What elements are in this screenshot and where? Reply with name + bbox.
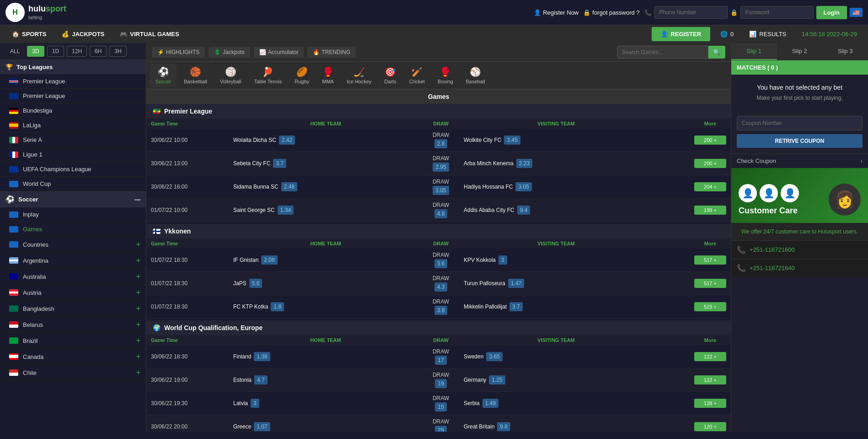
- sidebar-item-bangladesh[interactable]: Bangladesh +: [0, 301, 146, 317]
- filter-1d[interactable]: 1D: [47, 46, 64, 57]
- accumulator-button[interactable]: 📈 Accumulator: [254, 47, 304, 58]
- bangladesh-flag: [9, 305, 18, 312]
- baseball-tab-icon: ⚾: [470, 66, 481, 77]
- chile-label: Chile: [23, 369, 132, 376]
- tab-table-tennis[interactable]: 🏓 Table Tennis: [249, 64, 288, 87]
- ice-hockey-tab-icon: 🏒: [354, 66, 365, 77]
- filter-12h[interactable]: 12H: [67, 46, 87, 57]
- sidebar-item-inplay[interactable]: Inplay: [0, 207, 146, 222]
- league-flag: [9, 152, 18, 158]
- league-item-premier-scotland[interactable]: Premier League: [0, 89, 146, 103]
- cc-phone-1[interactable]: 📞 +251-116721600: [731, 240, 868, 259]
- sidebar-item-games[interactable]: Games: [0, 222, 146, 237]
- tab-mma[interactable]: 🥊 MMA: [316, 64, 339, 87]
- tab-darts[interactable]: 🎯 Darts: [379, 64, 402, 87]
- league-item-world-cup[interactable]: World Cup: [0, 177, 146, 191]
- league-section-premier: 🇪🇹 Premier League Game Time HOME TEAM DR…: [146, 104, 731, 222]
- globe-icon: 🌐: [720, 31, 728, 38]
- sidebar-item-argentina[interactable]: Argentina +: [0, 253, 146, 269]
- cc-phone-2[interactable]: 📞 +251-116721640: [731, 259, 868, 277]
- filter-3d[interactable]: 3D: [27, 46, 44, 57]
- country-flag-button[interactable]: 🇺🇸: [850, 8, 863, 17]
- no-bet-title: You have not selected any bet: [740, 84, 859, 91]
- customer-care-section: 👤 👤 👤 Customer Care 👩 We offer 24/7 cust…: [731, 168, 868, 277]
- register-now-link[interactable]: 👤 Register Now: [534, 9, 579, 16]
- tab-cricket[interactable]: 🏏 Cricket: [404, 64, 430, 87]
- nav-sports[interactable]: 🏠 SPORTS: [5, 25, 53, 43]
- league-flag-premier: 🇪🇹: [153, 108, 161, 115]
- check-coupon-row[interactable]: Check Coupon ›: [731, 153, 868, 168]
- league-section-wcq: 🌍 World Cup Qualification, Europe Game T…: [146, 320, 731, 432]
- tab-rugby[interactable]: 🏉 Rugby: [289, 64, 315, 87]
- league-item-bundesliga[interactable]: Bundesliga: [0, 103, 146, 118]
- tab-baseball[interactable]: ⚾ Baseball: [461, 64, 491, 87]
- nav-left: 🏠 SPORTS 💰 JACKPOTS 🎮 VIRTUAL GAMES: [5, 25, 186, 43]
- tab-boxing[interactable]: 🥊 Boxing: [432, 64, 459, 87]
- brazil-plus-icon: +: [136, 336, 140, 345]
- slip-tab-3[interactable]: Slip 3: [822, 43, 868, 60]
- forgot-password-link[interactable]: 🔒 forgot password ?: [583, 9, 639, 16]
- league-item-ucl[interactable]: UEFA Champions League: [0, 162, 146, 177]
- countries-plus-icon: +: [136, 240, 140, 249]
- sidebar-item-brazil[interactable]: Brazil +: [0, 333, 146, 349]
- tab-ice-hockey[interactable]: 🏒 Ice Hockey: [341, 64, 377, 87]
- trending-button[interactable]: 🔥 TRENDING: [307, 47, 356, 58]
- sidebar-item-australia[interactable]: Australia +: [0, 269, 146, 285]
- sidebar-item-austria[interactable]: Austria +: [0, 285, 146, 301]
- register-icon: 👤: [661, 31, 668, 38]
- filter-all[interactable]: ALL: [5, 46, 24, 56]
- search-games-input[interactable]: [617, 46, 708, 59]
- brazil-label: Brazil: [23, 337, 132, 344]
- tab-soccer[interactable]: ⚽ Soccer: [150, 64, 177, 87]
- sport-tabs-bar: ⚽ Soccer 🏀 Basketball 🏐 Volleyball 🏓 Tab…: [146, 62, 731, 89]
- volleyball-tab-icon: 🏐: [225, 66, 236, 77]
- match-row: 30/06/22 10:00 Wolaita Dicha SC 2.42 DRA…: [146, 129, 731, 152]
- nav-jackpots[interactable]: 💰 JACKPOTS: [55, 25, 111, 43]
- nav-virtual-games[interactable]: 🎮 VIRTUAL GAMES: [113, 25, 185, 43]
- austria-flag: [9, 289, 18, 296]
- results-button[interactable]: 📊 RESULTS: [744, 27, 792, 41]
- league-name: Serie A: [23, 136, 140, 143]
- top-bar: H hulusport betting 👤 Register Now 🔒 for…: [0, 0, 868, 25]
- auth-inputs: 📞 🔒 Login 🇺🇸: [644, 6, 863, 19]
- soccer-section-header[interactable]: ⚽ Soccer —: [0, 191, 146, 207]
- slip-tab-2[interactable]: Slip 2: [777, 43, 823, 60]
- league-item-ligue1[interactable]: Ligue 1: [0, 147, 146, 162]
- sidebar-item-belarus[interactable]: Belarus +: [0, 317, 146, 333]
- league-table-header-ykkonen: Game Time HOME TEAM DRAW VISITING TEAM M…: [146, 238, 731, 249]
- filter-bar: ALL 3D 1D 12H 6H 3H: [0, 43, 146, 60]
- search-button[interactable]: 🔍: [708, 46, 725, 59]
- phone-input[interactable]: [654, 6, 728, 19]
- highlights-button[interactable]: ⚡ HIGHLIGHTS: [152, 47, 205, 58]
- chevron-right-icon: ›: [861, 157, 863, 164]
- sidebar-item-chile[interactable]: Chile +: [0, 365, 146, 381]
- coupon-input[interactable]: [737, 116, 863, 130]
- australia-flag: [9, 273, 18, 280]
- sidebar-item-countries[interactable]: Countries +: [0, 237, 146, 253]
- jackpots-filter-button[interactable]: 💲 Jackpots: [209, 47, 250, 58]
- datetime-display: 14:56:18 2022-06-29: [796, 27, 863, 41]
- login-button[interactable]: Login: [816, 6, 847, 19]
- league-section-ykkonen: 🇫🇮 Ykkonen Game Time HOME TEAM DRAW VISI…: [146, 224, 731, 319]
- collapse-icon: —: [134, 196, 140, 203]
- cc-title: 👤 👤 👤 Customer Care: [739, 184, 799, 216]
- retrive-coupon-button[interactable]: RETRIVE COUPON: [737, 134, 863, 148]
- sidebar-item-canada[interactable]: Canada +: [0, 349, 146, 365]
- league-title-ykkonen: 🇫🇮 Ykkonen: [146, 224, 731, 238]
- tab-volleyball[interactable]: 🏐 Volleyball: [214, 64, 246, 87]
- center-content: ⚡ HIGHLIGHTS 💲 Jackpots 📈 Accumulator 🔥 …: [146, 43, 731, 432]
- league-item-serie-a[interactable]: Serie A: [0, 133, 146, 147]
- slip-tabs: Slip 1 Slip 2 Slip 3: [731, 43, 868, 60]
- rugby-tab-icon: 🏉: [296, 66, 308, 77]
- austria-plus-icon: +: [136, 288, 140, 297]
- virtual-icon: 🎮: [120, 31, 127, 38]
- coupon-section: RETRIVE COUPON: [731, 110, 868, 153]
- league-item-laliga[interactable]: LaLiga: [0, 118, 146, 133]
- tab-basketball[interactable]: 🏀 Basketball: [178, 64, 213, 87]
- filter-6h[interactable]: 6H: [90, 46, 107, 57]
- register-button[interactable]: 👤 REGISTER: [652, 27, 710, 41]
- slip-tab-1[interactable]: Slip 1: [731, 43, 777, 60]
- league-item-premier-england[interactable]: Premier League: [0, 74, 146, 89]
- filter-3h[interactable]: 3H: [109, 46, 126, 57]
- password-input[interactable]: [740, 6, 814, 19]
